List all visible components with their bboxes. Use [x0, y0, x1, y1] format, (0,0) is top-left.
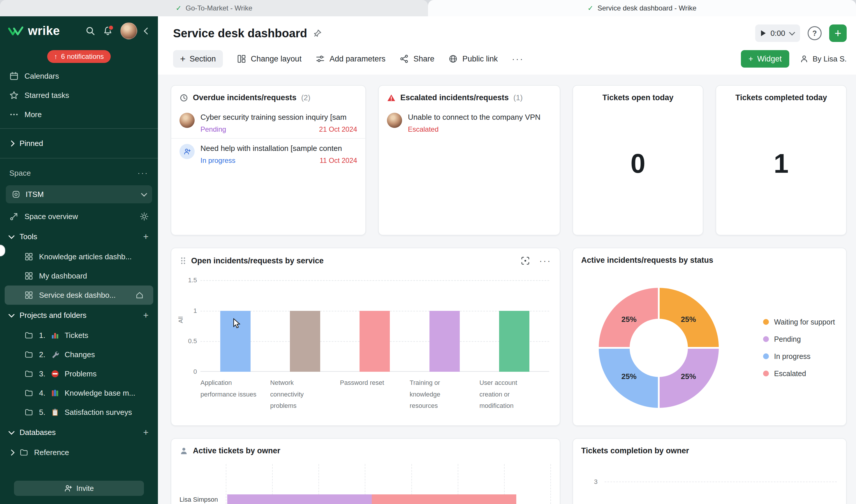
sidebar-section-pinned[interactable]: Pinned [0, 133, 158, 154]
sidebar-item-service-desk-dashboard[interactable]: Service desk dashbo... [5, 286, 153, 305]
bar-user-account[interactable] [499, 311, 529, 372]
section-label: Pinned [19, 139, 43, 148]
y-tick: 3 [594, 478, 598, 486]
add-tool-icon[interactable]: + [143, 232, 148, 241]
legend-item[interactable]: Pending [763, 335, 835, 343]
more-dots-icon [9, 110, 19, 119]
widget-more-icon[interactable]: ··· [539, 256, 552, 266]
share-label: Share [413, 54, 434, 64]
gear-icon[interactable] [140, 212, 148, 221]
bar-training-knowledge[interactable] [429, 311, 460, 372]
widget-title: Active incidents/requests by status [581, 256, 713, 265]
no-entry-emoji-icon [51, 370, 59, 378]
widget-title: Tickets completed today [735, 93, 827, 102]
dashboard-icon [24, 271, 33, 280]
collapse-sidebar-icon[interactable] [144, 28, 150, 34]
sidebar-section-tools[interactable]: Tools + [0, 226, 158, 247]
assignee-avatar [387, 113, 402, 128]
legend-item[interactable]: Waiting for support [763, 318, 835, 326]
drag-handle-icon[interactable] [179, 256, 186, 265]
pin-icon[interactable] [313, 29, 322, 38]
add-database-icon[interactable]: + [143, 428, 148, 437]
bar-application-performance[interactable] [220, 311, 251, 372]
browser-tab-go-to-market[interactable]: ✓ Go-To-Market - Wrike [0, 0, 428, 16]
help-button[interactable]: ? [808, 26, 822, 40]
widget-active-by-status: Active incidents/requests by status 25% … [572, 248, 847, 426]
space-overview-icon [9, 212, 19, 221]
notifications-bell-icon[interactable] [103, 26, 113, 36]
star-icon [9, 91, 19, 100]
folder-icon [24, 370, 33, 378]
bar-segment-pink[interactable] [372, 494, 516, 504]
share-button[interactable]: Share [399, 54, 434, 64]
sidebar-item-my-dashboard[interactable]: My dashboard [0, 266, 158, 286]
folder-icon [24, 389, 33, 397]
sidebar-item-satisfaction-surveys[interactable]: 5. Satisfaction surveys [0, 402, 158, 422]
slice-label-pending: 25% [681, 372, 696, 381]
widget-completion-by-owner: Tickets completion by owner 3 [572, 438, 847, 504]
sidebar-item-problems[interactable]: 3. Problems [0, 364, 158, 383]
status-badge: Pending [200, 125, 226, 133]
sidebar-item-starred-tasks[interactable]: Starred tasks [0, 86, 158, 105]
calendar-icon [9, 71, 19, 81]
ticket-title[interactable]: Cyber security training session inquiry … [200, 113, 357, 122]
slice-label-waiting: 25% [681, 314, 696, 324]
legend-item[interactable]: In progress [763, 352, 835, 361]
sidebar-item-space-overview[interactable]: Space overview [0, 207, 158, 226]
by-owner-label: By Lisa S. [813, 54, 847, 64]
bar-segment-purple[interactable] [227, 494, 372, 504]
item-number: 1. [39, 331, 46, 340]
browser-tab-service-desk[interactable]: ✓ Service desk dashboard - Wrike [428, 0, 856, 16]
play-icon[interactable] [761, 30, 766, 36]
ticket-row[interactable]: Unable to connect to the company VPN Esc… [379, 108, 560, 138]
by-owner-filter[interactable]: By Lisa S. [800, 54, 847, 64]
chevron-down-icon [8, 233, 15, 239]
sidebar-section-projects[interactable]: Projects and folders + [0, 305, 158, 326]
notifications-pill[interactable]: ↑ 6 notifications [47, 50, 111, 63]
y-tick: 1 [194, 307, 197, 314]
add-section-button[interactable]: + Section [173, 50, 223, 68]
search-icon[interactable] [85, 26, 95, 36]
add-button[interactable]: + [829, 24, 847, 42]
legend-item[interactable]: Escalated [763, 370, 835, 378]
sidebar-item-reference[interactable]: Reference [0, 443, 158, 462]
browser-tabstrip: ✓ Go-To-Market - Wrike ✓ Service desk da… [0, 0, 856, 16]
focus-icon[interactable] [521, 256, 530, 265]
chevron-down-icon [8, 428, 15, 434]
invite-label: Invite [76, 484, 94, 493]
bar-chart-emoji-icon [51, 331, 59, 339]
public-link-button[interactable]: Public link [448, 54, 498, 64]
donut-ring[interactable]: 25% 25% 25% 25% [599, 288, 719, 408]
widget-title: Tickets completion by owner [581, 446, 689, 455]
user-avatar[interactable] [120, 22, 137, 39]
ticket-row[interactable]: Need help with installation [sample cont… [171, 138, 365, 169]
home-icon [135, 291, 144, 300]
add-parameters-button[interactable]: Add parameters [316, 54, 386, 64]
toolbar-more-icon[interactable]: ··· [512, 54, 524, 64]
add-widget-button[interactable]: + Widget [741, 50, 789, 68]
change-layout-button[interactable]: Change layout [237, 54, 302, 64]
widget-tickets-open-today: Tickets open today 0 [572, 85, 703, 235]
widget-overdue-incidents: Overdue incidents/requests (2) Cyber sec… [171, 85, 366, 235]
sidebar-section-databases[interactable]: Databases + [0, 422, 158, 443]
sidebar-item-calendars[interactable]: Calendars [0, 67, 158, 86]
bar-password-reset[interactable] [359, 311, 390, 372]
sidebar-item-knowledge-base[interactable]: 4. Knowledge base m... [0, 383, 158, 402]
plus-icon: + [180, 54, 185, 65]
ticket-title[interactable]: Need help with installation [sample cont… [200, 144, 357, 153]
sidebar-item-tickets[interactable]: 1. Tickets [0, 326, 158, 345]
space-more-icon[interactable]: ··· [138, 169, 148, 178]
bar-network-connectivity[interactable] [290, 311, 320, 372]
sidebar-item-changes[interactable]: 2. Changes [0, 345, 158, 364]
invite-button[interactable]: Invite [14, 481, 144, 496]
sidebar-item-more[interactable]: More [0, 105, 158, 124]
wrike-favicon-icon: ✓ [176, 4, 181, 12]
timer-control[interactable]: 0:00 [755, 24, 800, 42]
ticket-title[interactable]: Unable to connect to the company VPN [408, 113, 552, 122]
add-project-icon[interactable]: + [143, 310, 148, 320]
ticket-row[interactable]: Cyber security training session inquiry … [171, 108, 365, 138]
layout-icon [237, 54, 246, 64]
sidebar-item-knowledge-articles-dashboard[interactable]: Knowledge articles dashb... [0, 247, 158, 266]
space-selector[interactable]: ITSM [6, 185, 152, 203]
sidebar-item-label: Satisfaction surveys [65, 408, 132, 417]
